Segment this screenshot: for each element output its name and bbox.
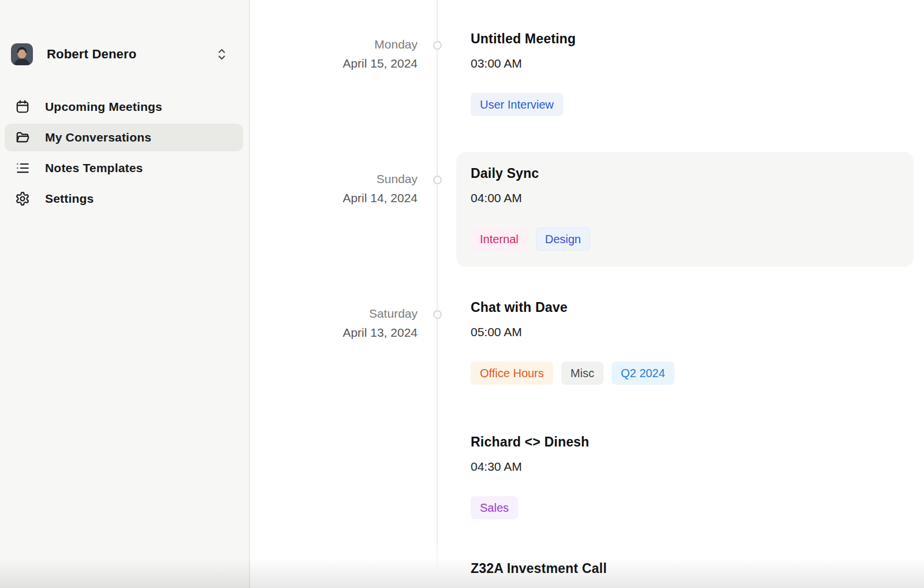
tag-row: User Interview bbox=[471, 93, 576, 116]
meeting-title: Chat with Dave bbox=[471, 299, 675, 315]
sidebar-item-label: Settings bbox=[45, 192, 94, 206]
date-group: Saturday April 13, 2024 bbox=[262, 304, 418, 342]
meeting-entry[interactable]: Richard <> Dinesh 04:30 AM Sales bbox=[471, 434, 589, 519]
meeting-notes-app: Robert Denero Upcoming Meet bbox=[0, 0, 924, 588]
date-label: April 15, 2024 bbox=[262, 54, 418, 73]
meeting-time: 04:30 AM bbox=[471, 460, 589, 474]
timeline-line bbox=[437, 0, 438, 578]
sidebar-item-label: Upcoming Meetings bbox=[45, 100, 162, 114]
timeline-dot bbox=[433, 310, 442, 319]
date-label: April 14, 2024 bbox=[262, 188, 418, 207]
tag-row: Internal Design bbox=[471, 228, 899, 251]
sidebar-item-upcoming-meetings[interactable]: Upcoming Meetings bbox=[5, 93, 243, 121]
sidebar-item-label: My Conversations bbox=[45, 131, 151, 144]
user-name: Robert Denero bbox=[47, 47, 217, 62]
avatar bbox=[11, 43, 33, 65]
date-group: Sunday April 14, 2024 bbox=[262, 169, 418, 207]
gear-icon bbox=[15, 191, 30, 206]
timeline-dot bbox=[433, 41, 442, 50]
meeting-time: 05:00 AM bbox=[471, 325, 675, 339]
sidebar: Robert Denero Upcoming Meet bbox=[0, 0, 250, 588]
sidebar-item-label: Notes Templates bbox=[45, 161, 143, 175]
tag-sales[interactable]: Sales bbox=[471, 496, 518, 519]
tag-design[interactable]: Design bbox=[536, 228, 590, 251]
tag-office-hours[interactable]: Office Hours bbox=[471, 362, 553, 385]
sidebar-item-notes-templates[interactable]: Notes Templates bbox=[5, 154, 243, 182]
meeting-title: Untitled Meeting bbox=[471, 31, 576, 47]
weekday-label: Sunday bbox=[262, 169, 418, 188]
tag-misc[interactable]: Misc bbox=[561, 362, 603, 385]
meeting-entry[interactable]: Chat with Dave 05:00 AM Office Hours Mis… bbox=[471, 299, 675, 385]
tag-q2-2024[interactable]: Q2 2024 bbox=[612, 362, 675, 385]
chevron-updown-icon bbox=[217, 47, 227, 62]
sidebar-item-settings[interactable]: Settings bbox=[5, 185, 243, 213]
sidebar-item-my-conversations[interactable]: My Conversations bbox=[5, 124, 243, 151]
weekday-label: Monday bbox=[262, 35, 418, 54]
sidebar-nav: Upcoming Meetings My Conversations bbox=[5, 93, 243, 215]
meeting-title: Daily Sync bbox=[471, 165, 899, 181]
user-profile-switcher[interactable]: Robert Denero bbox=[11, 40, 240, 68]
meeting-entry-highlighted[interactable]: Daily Sync 04:00 AM Internal Design bbox=[456, 152, 914, 267]
tag-row: Sales bbox=[471, 496, 589, 519]
meeting-title: Z32A Investment Call bbox=[471, 560, 607, 576]
conversations-timeline: Monday April 15, 2024 Sunday April 14, 2… bbox=[250, 0, 924, 588]
date-group: Monday April 15, 2024 bbox=[262, 35, 418, 73]
meeting-time: 03:00 AM bbox=[471, 57, 576, 70]
meeting-time: 04:00 AM bbox=[471, 191, 899, 205]
meeting-entry[interactable]: Z32A Investment Call bbox=[471, 560, 607, 586]
date-label: April 13, 2024 bbox=[262, 323, 418, 342]
list-icon bbox=[15, 161, 30, 176]
folder-icon bbox=[15, 130, 30, 145]
tag-internal[interactable]: Internal bbox=[471, 228, 528, 251]
tag-row: Office Hours Misc Q2 2024 bbox=[471, 362, 675, 385]
calendar-icon bbox=[15, 99, 30, 114]
meeting-title: Richard <> Dinesh bbox=[471, 434, 589, 450]
meeting-entry[interactable]: Untitled Meeting 03:00 AM User Interview bbox=[471, 31, 576, 116]
timeline-dot bbox=[433, 176, 442, 184]
tag-user-interview[interactable]: User Interview bbox=[471, 93, 563, 116]
weekday-label: Saturday bbox=[262, 304, 418, 323]
